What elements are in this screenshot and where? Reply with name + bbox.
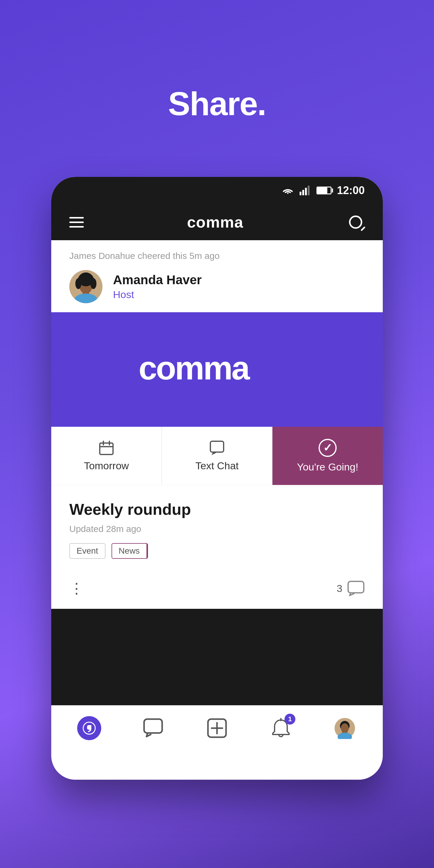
- svg-point-10: [75, 278, 82, 289]
- post-footer: ⋮ 3: [51, 580, 383, 609]
- status-bar: 12:00: [51, 177, 383, 204]
- svg-text:comma: comma: [138, 349, 250, 385]
- svg-rect-18: [348, 581, 364, 593]
- check-mark: ✓: [323, 441, 332, 454]
- comma-circle-icon: [77, 716, 101, 740]
- post-tags: Event News: [69, 543, 365, 559]
- more-options-button[interactable]: ⋮: [69, 580, 83, 597]
- hamburger-line-3: [69, 226, 84, 227]
- svg-rect-3: [308, 186, 310, 195]
- page-background: Share.: [0, 0, 434, 868]
- action-tabs: Tomorrow Text Chat ✓ You're Going!: [51, 427, 383, 485]
- comment-count-wrapper: 3: [337, 581, 365, 596]
- avatar: [69, 270, 102, 303]
- banner-logo: comma: [138, 346, 296, 393]
- user-role: Host: [113, 289, 202, 301]
- hamburger-line-1: [69, 217, 84, 218]
- post-title: Weekly roundup: [69, 500, 365, 518]
- svg-rect-2: [305, 188, 307, 195]
- tab-text-chat[interactable]: Text Chat: [162, 427, 273, 485]
- user-name: Amanda Haver: [113, 273, 202, 287]
- avatar-image: [69, 270, 102, 303]
- comma-logo-svg: comma: [138, 346, 296, 385]
- user-info-row: Amanda Haver Host: [51, 267, 383, 312]
- nav-item-home[interactable]: [68, 712, 110, 745]
- svg-rect-1: [302, 190, 304, 195]
- svg-rect-13: [100, 443, 113, 455]
- page-title: Share.: [168, 84, 266, 123]
- status-time: 12:00: [337, 184, 365, 197]
- tag-event[interactable]: Event: [69, 543, 105, 559]
- tag-news[interactable]: News: [112, 543, 148, 559]
- comment-count-number: 3: [337, 583, 342, 594]
- nav-icon-wrapper-home: [77, 716, 101, 740]
- cheer-text: James Donahue cheered this 5m ago: [69, 251, 220, 261]
- content-area: James Donahue cheered this 5m ago: [51, 240, 383, 609]
- cheer-notification: James Donahue cheered this 5m ago: [51, 240, 383, 267]
- tab-youre-going[interactable]: ✓ You're Going!: [273, 427, 383, 485]
- hamburger-line-2: [69, 221, 84, 223]
- nav-icon-wrapper-bell: 1: [269, 716, 293, 740]
- nav-icon-wrapper-profile: [333, 716, 357, 740]
- comma-nav-svg: [82, 721, 97, 736]
- phone-mockup: 12:00 comma James Donahue cheered this 5…: [51, 177, 383, 780]
- signal-icon: [300, 186, 311, 195]
- app-banner: comma: [51, 312, 383, 427]
- tab-text-chat-label: Text Chat: [195, 460, 239, 472]
- nav-icon-wrapper-add: [205, 716, 229, 740]
- check-circle-icon: ✓: [318, 439, 337, 457]
- nav-item-add[interactable]: [196, 712, 238, 745]
- status-icons: 12:00: [281, 184, 365, 197]
- app-header: comma: [51, 204, 383, 240]
- battery-icon: [316, 187, 332, 194]
- profile-avatar-icon: [334, 717, 355, 739]
- post-updated: Updated 28m ago: [69, 524, 365, 534]
- nav-icon-wrapper-chat: [141, 716, 165, 740]
- bottom-nav: 1: [51, 705, 383, 750]
- app-name: comma: [187, 213, 243, 231]
- post-content: Weekly roundup Updated 28m ago Event New…: [51, 485, 383, 580]
- user-details: Amanda Haver Host: [113, 273, 202, 301]
- comment-bubble-icon: [347, 581, 365, 596]
- search-circle-icon: [349, 216, 362, 229]
- nav-item-profile[interactable]: [324, 712, 366, 745]
- nav-item-notifications[interactable]: 1: [260, 712, 302, 745]
- tab-tomorrow-label: Tomorrow: [84, 460, 129, 472]
- chat-icon: [209, 440, 225, 456]
- hamburger-button[interactable]: [69, 217, 84, 227]
- tab-youre-going-label: You're Going!: [297, 461, 358, 473]
- search-button[interactable]: [347, 213, 365, 231]
- svg-rect-19: [144, 719, 162, 733]
- badge-count: 1: [288, 715, 292, 723]
- svg-rect-0: [300, 192, 301, 195]
- tab-tomorrow[interactable]: Tomorrow: [51, 427, 162, 485]
- chat-nav-icon: [142, 717, 164, 739]
- notification-badge: 1: [284, 714, 296, 724]
- plus-nav-icon: [206, 717, 228, 739]
- svg-rect-17: [210, 441, 224, 452]
- nav-item-chat[interactable]: [132, 712, 174, 745]
- dark-content-section: [51, 609, 383, 705]
- svg-point-11: [90, 278, 96, 289]
- calendar-icon: [98, 440, 114, 456]
- wifi-icon: [281, 186, 294, 195]
